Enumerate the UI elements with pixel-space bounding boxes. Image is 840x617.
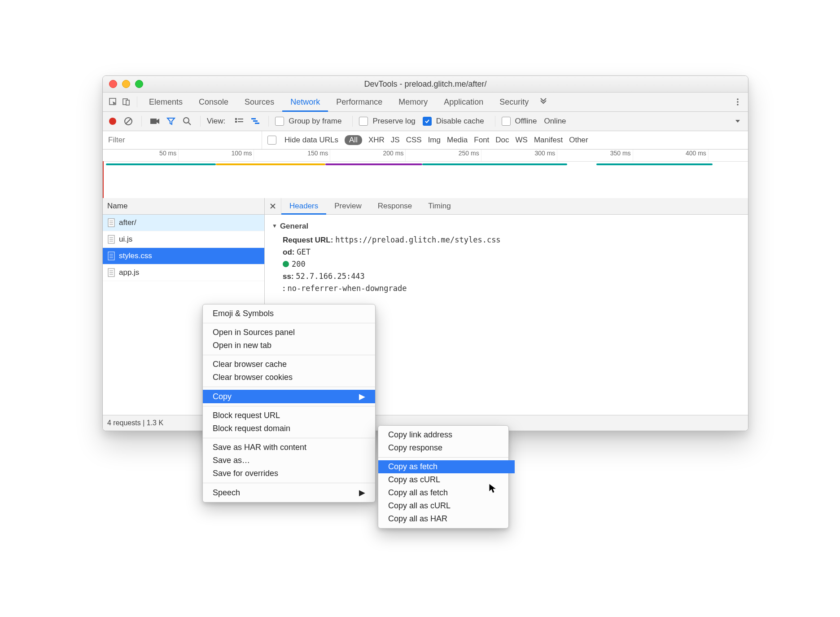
- request-row-after[interactable]: after/: [103, 215, 264, 231]
- request-row-ui-js[interactable]: ui.js: [103, 231, 264, 248]
- submenu-copy-response[interactable]: Copy response: [378, 441, 515, 454]
- menu-speech[interactable]: Speech▶: [203, 486, 375, 499]
- svg-point-5: [737, 104, 739, 106]
- svg-rect-2: [126, 100, 129, 105]
- record-button[interactable]: [106, 118, 119, 125]
- submenu-copy-all-har[interactable]: Copy all as HAR: [378, 512, 515, 525]
- offline-label: Offline: [515, 117, 537, 126]
- inspect-element-icon[interactable]: [106, 95, 120, 109]
- type-xhr[interactable]: XHR: [368, 136, 385, 145]
- menu-save-overrides[interactable]: Save for overrides: [203, 467, 375, 480]
- menu-open-tab[interactable]: Open in new tab: [203, 339, 375, 352]
- tab-console[interactable]: Console: [191, 93, 236, 111]
- filter-input[interactable]: [103, 131, 262, 149]
- svg-point-4: [737, 101, 739, 103]
- disable-cache-label: Disable cache: [436, 117, 484, 126]
- disable-cache-checkbox[interactable]: [423, 117, 432, 126]
- online-label: Online: [544, 117, 566, 126]
- tab-network[interactable]: Network: [282, 93, 328, 111]
- tab-performance[interactable]: Performance: [328, 93, 390, 111]
- offline-checkbox[interactable]: [502, 117, 511, 126]
- svg-line-10: [188, 123, 191, 125]
- clear-icon[interactable]: [122, 115, 135, 128]
- tick-400ms: 400 ms: [686, 150, 708, 157]
- throttling-dropdown-icon[interactable]: [731, 115, 744, 128]
- svg-rect-11: [235, 118, 237, 120]
- kebab-menu-icon[interactable]: [731, 95, 744, 109]
- menu-clear-cache[interactable]: Clear browser cache: [203, 358, 375, 371]
- name-column-header[interactable]: Name: [103, 198, 264, 215]
- type-css[interactable]: CSS: [406, 136, 422, 145]
- menu-emoji[interactable]: Emoji & Symbols: [203, 307, 375, 320]
- svg-point-3: [737, 98, 739, 100]
- tick-350ms: 350 ms: [610, 150, 633, 157]
- close-detail-icon[interactable]: [265, 198, 281, 214]
- zoom-window-button[interactable]: [135, 80, 143, 88]
- general-section[interactable]: ▼General: [272, 222, 741, 231]
- copy-submenu: Copy link address Copy response Copy as …: [378, 425, 509, 529]
- request-url-value: https://preload.glitch.me/styles.css: [335, 235, 500, 244]
- detail-tab-response[interactable]: Response: [370, 198, 420, 214]
- detail-tab-timing[interactable]: Timing: [420, 198, 459, 214]
- method-label: od:: [283, 248, 294, 256]
- view-label: View:: [207, 117, 225, 126]
- submenu-copy-all-curl[interactable]: Copy all as cURL: [378, 499, 515, 512]
- file-name: after/: [119, 218, 136, 227]
- type-doc[interactable]: Doc: [495, 136, 509, 145]
- request-row-app-js[interactable]: app.js: [103, 264, 264, 281]
- timeline[interactable]: 50 ms 100 ms 150 ms 200 ms 250 ms 300 ms…: [103, 150, 748, 200]
- minimize-window-button[interactable]: [122, 80, 130, 88]
- tick-250ms: 250 ms: [459, 150, 481, 157]
- menu-block-url[interactable]: Block request URL: [203, 409, 375, 422]
- tabs-overflow-icon[interactable]: [537, 95, 550, 109]
- type-img[interactable]: Img: [428, 136, 441, 145]
- type-font[interactable]: Font: [474, 136, 489, 145]
- type-all[interactable]: All: [345, 135, 362, 145]
- camera-icon[interactable]: [148, 115, 162, 128]
- document-icon: [107, 268, 115, 277]
- menu-save-as[interactable]: Save as…: [203, 454, 375, 467]
- submenu-copy-fetch[interactable]: Copy as fetch: [378, 460, 515, 473]
- group-by-frame-checkbox[interactable]: [275, 117, 284, 126]
- svg-rect-17: [255, 123, 259, 124]
- svg-rect-12: [238, 119, 243, 119]
- device-toolbar-icon[interactable]: [120, 95, 133, 109]
- submenu-copy-all-fetch[interactable]: Copy all as fetch: [378, 486, 515, 499]
- tab-application[interactable]: Application: [436, 93, 491, 111]
- hide-data-urls-checkbox[interactable]: [267, 136, 276, 145]
- preserve-log-checkbox[interactable]: [359, 117, 368, 126]
- search-icon[interactable]: [180, 115, 194, 128]
- svg-rect-14: [238, 121, 243, 122]
- filter-icon[interactable]: [164, 115, 178, 128]
- menu-clear-cookies[interactable]: Clear browser cookies: [203, 371, 375, 384]
- type-manifest[interactable]: Manifest: [534, 136, 563, 145]
- type-other[interactable]: Other: [569, 136, 588, 145]
- tab-elements[interactable]: Elements: [141, 93, 191, 111]
- menu-save-har[interactable]: Save as HAR with content: [203, 441, 375, 454]
- tab-memory[interactable]: Memory: [390, 93, 436, 111]
- main-tabs: Elements Console Sources Network Perform…: [103, 93, 748, 112]
- type-ws[interactable]: WS: [516, 136, 528, 145]
- menu-open-sources[interactable]: Open in Sources panel: [203, 326, 375, 339]
- detail-tab-preview[interactable]: Preview: [326, 198, 369, 214]
- submenu-copy-link[interactable]: Copy link address: [378, 428, 515, 441]
- submenu-copy-curl[interactable]: Copy as cURL: [378, 473, 515, 486]
- detail-tab-headers[interactable]: Headers: [281, 198, 326, 214]
- file-name: ui.js: [119, 235, 132, 244]
- svg-point-9: [184, 118, 189, 123]
- menu-block-domain[interactable]: Block request domain: [203, 422, 375, 435]
- request-row-styles-css[interactable]: styles.css: [103, 248, 264, 264]
- referrer-policy-value: no-referrer-when-downgrade: [287, 284, 407, 293]
- waterfall-bars: [103, 161, 748, 167]
- tab-sources[interactable]: Sources: [236, 93, 282, 111]
- view-waterfall-icon[interactable]: [249, 115, 262, 128]
- close-window-button[interactable]: [109, 80, 117, 88]
- view-list-icon[interactable]: [232, 115, 246, 128]
- tab-security[interactable]: Security: [491, 93, 537, 111]
- type-js[interactable]: JS: [391, 136, 400, 145]
- document-icon: [107, 235, 115, 244]
- filter-row: Hide data URLs All XHR JS CSS Img Media …: [103, 131, 748, 150]
- type-media[interactable]: Media: [447, 136, 468, 145]
- tick-200ms: 200 ms: [383, 150, 406, 157]
- menu-copy[interactable]: Copy▶: [203, 390, 375, 403]
